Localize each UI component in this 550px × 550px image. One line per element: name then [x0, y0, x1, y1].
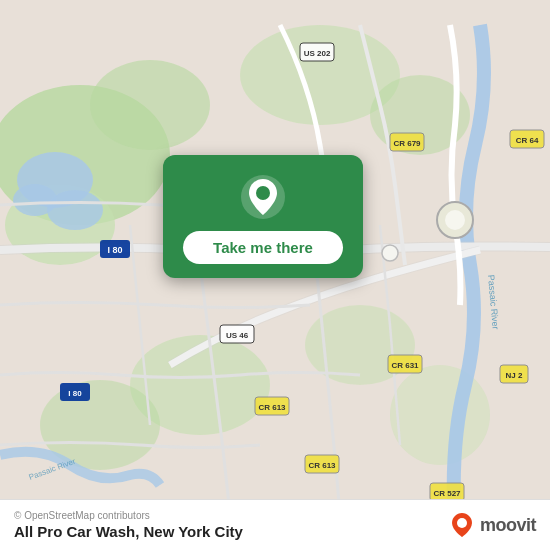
svg-text:CR 631: CR 631 — [391, 361, 419, 370]
location-name: All Pro Car Wash, New York City — [14, 523, 243, 540]
moovit-brand-text: moovit — [480, 515, 536, 536]
svg-text:CR 527: CR 527 — [433, 489, 461, 498]
svg-text:I 80: I 80 — [107, 245, 122, 255]
svg-text:Passaic River: Passaic River — [486, 274, 501, 330]
svg-text:US 46: US 46 — [226, 331, 249, 340]
svg-text:I 80: I 80 — [68, 389, 82, 398]
svg-text:CR 679: CR 679 — [393, 139, 421, 148]
svg-point-41 — [457, 518, 467, 528]
svg-text:CR 613: CR 613 — [308, 461, 336, 470]
take-me-there-button[interactable]: Take me there — [183, 231, 343, 264]
svg-point-40 — [256, 186, 270, 200]
bottom-bar: © OpenStreetMap contributors All Pro Car… — [0, 499, 550, 550]
moovit-logo: moovit — [448, 511, 536, 539]
svg-point-37 — [445, 210, 465, 230]
svg-point-11 — [13, 184, 57, 216]
card-overlay: Take me there — [163, 155, 363, 278]
location-pin-icon — [239, 173, 287, 221]
map-attribution: © OpenStreetMap contributors — [14, 510, 243, 521]
svg-point-8 — [390, 365, 490, 465]
bottom-left-info: © OpenStreetMap contributors All Pro Car… — [14, 510, 243, 540]
svg-text:CR 613: CR 613 — [258, 403, 286, 412]
svg-text:CR 64: CR 64 — [516, 136, 539, 145]
moovit-pin-icon — [448, 511, 476, 539]
map-container: Passaic River Passaic River I 80 I — [0, 0, 550, 550]
svg-text:US 202: US 202 — [304, 49, 331, 58]
svg-point-38 — [382, 245, 398, 261]
svg-point-2 — [90, 60, 210, 150]
svg-text:NJ 2: NJ 2 — [506, 371, 523, 380]
